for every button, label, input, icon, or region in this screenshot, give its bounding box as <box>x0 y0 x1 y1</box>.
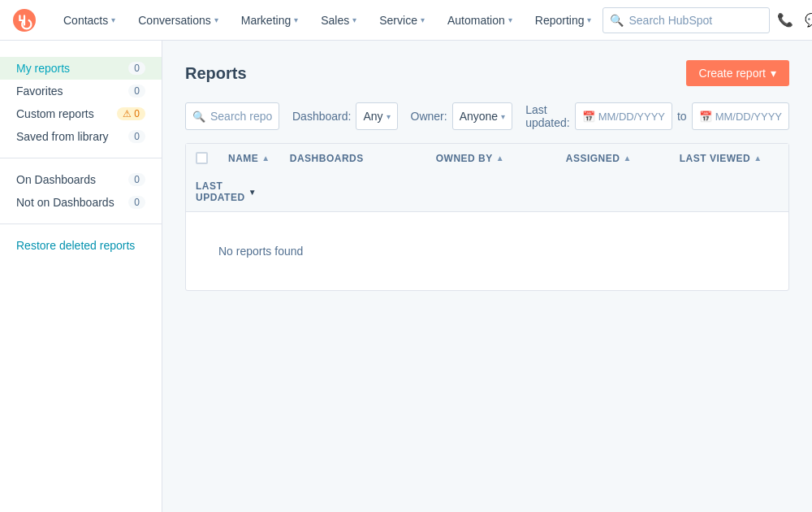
phone-icon[interactable]: 📞 <box>773 7 797 33</box>
reports-table: NAME ▲ DASHBOARDS OWNED BY ▲ ASSIGNED ▲ … <box>185 143 789 291</box>
search-icon: 🔍 <box>610 14 624 27</box>
sidebar-item-custom-reports[interactable]: Custom reports ⚠ 0 <box>0 102 162 125</box>
table-header: NAME ▲ DASHBOARDS OWNED BY ▲ ASSIGNED ▲ … <box>186 144 788 212</box>
not-on-dashboards-count: 0 <box>128 196 145 209</box>
dashboard-filter-label: Dashboard: <box>292 110 351 123</box>
page-container: My reports 0 Favorites 0 Custom reports … <box>0 41 812 512</box>
favorites-count: 0 <box>128 85 145 98</box>
dashboard-filter: Dashboard: Any ▾ <box>292 102 398 130</box>
my-reports-count: 0 <box>128 62 145 75</box>
date-from-input[interactable]: 📅 MM/DD/YYYY <box>575 102 672 130</box>
sort-icon: ▲ <box>496 154 504 163</box>
owner-filter-label: Owner: <box>411 110 447 123</box>
col-last-updated[interactable]: LAST UPDATED ▼ <box>186 172 218 211</box>
nav-reporting[interactable]: Reporting ▾ <box>524 0 603 41</box>
dashboard-dropdown[interactable]: Any ▾ <box>356 102 397 130</box>
chevron-down-icon: ▾ <box>771 67 776 80</box>
col-dashboards: DASHBOARDS <box>280 144 426 172</box>
table-body: No reports found <box>186 212 788 290</box>
global-search-input[interactable] <box>628 14 762 27</box>
date-to-input[interactable]: 📅 MM/DD/YYYY <box>692 102 789 130</box>
main-content: Reports Create report ▾ 🔍 Dashboard: Any… <box>162 41 812 512</box>
last-updated-label: Last updated: <box>525 103 570 129</box>
sidebar-item-my-reports[interactable]: My reports 0 <box>0 57 162 80</box>
nav-automation[interactable]: Automation ▾ <box>436 0 524 41</box>
col-owned-by[interactable]: OWNED BY ▲ <box>426 144 556 172</box>
search-icon: 🔍 <box>192 111 205 123</box>
restore-deleted-link[interactable]: Restore deleted reports <box>0 234 162 257</box>
calendar-icon: 📅 <box>582 111 595 123</box>
sidebar-item-on-dashboards[interactable]: On Dashboards 0 <box>0 168 162 191</box>
nav-conversations[interactable]: Conversations ▾ <box>127 0 230 41</box>
sort-icon: ▲ <box>623 154 631 163</box>
chevron-down-icon: ▾ <box>294 15 298 24</box>
global-search[interactable]: 🔍 <box>603 7 770 33</box>
select-all-checkbox-cell[interactable] <box>186 144 218 172</box>
chevron-down-icon: ▾ <box>111 15 115 24</box>
page-header: Reports Create report ▾ <box>185 60 789 86</box>
chevron-down-icon: ▾ <box>214 15 218 24</box>
sidebar-divider-2 <box>0 223 162 224</box>
nav-right: 🔍 📞 💬 ❓ ⚙️ 🔔 IS Inspired Spac ▾ <box>603 4 812 37</box>
sidebar-item-not-on-dashboards[interactable]: Not on Dashboards 0 <box>0 191 162 214</box>
chevron-down-icon: ▾ <box>421 15 425 24</box>
sort-icon: ▲ <box>261 154 270 163</box>
chat-icon[interactable]: 💬 <box>801 7 812 33</box>
nav-service[interactable]: Service ▾ <box>368 0 436 41</box>
col-name[interactable]: NAME ▲ <box>218 144 280 172</box>
date-separator: to <box>677 110 687 123</box>
chevron-down-icon: ▾ <box>352 15 356 24</box>
sidebar-item-saved-from-library[interactable]: Saved from library 0 <box>0 125 162 148</box>
filters-bar: 🔍 Dashboard: Any ▾ Owner: Anyone ▾ Last … <box>185 102 789 130</box>
nav-sales[interactable]: Sales ▾ <box>309 0 368 41</box>
chevron-down-icon: ▾ <box>387 112 391 121</box>
select-all-checkbox[interactable] <box>196 152 208 164</box>
calendar-icon: 📅 <box>699 111 712 123</box>
search-reports-field[interactable]: 🔍 <box>185 102 279 130</box>
chevron-down-icon: ▾ <box>508 15 512 24</box>
create-report-button[interactable]: Create report ▾ <box>686 60 789 86</box>
sort-icon: ▲ <box>754 154 762 163</box>
chevron-down-icon: ▾ <box>587 15 591 24</box>
sidebar: My reports 0 Favorites 0 Custom reports … <box>0 41 162 512</box>
owner-filter: Owner: Anyone ▾ <box>411 102 513 130</box>
sidebar-divider <box>0 158 162 158</box>
col-last-viewed[interactable]: LAST VIEWED ▲ <box>670 144 812 172</box>
sidebar-item-favorites[interactable]: Favorites 0 <box>0 80 162 102</box>
nav-marketing[interactable]: Marketing ▾ <box>230 0 309 41</box>
owner-dropdown[interactable]: Anyone ▾ <box>452 102 512 130</box>
top-nav: Contacts ▾ Conversations ▾ Marketing ▾ S… <box>0 0 812 41</box>
chevron-down-icon: ▾ <box>501 112 505 121</box>
saved-from-library-count: 0 <box>128 130 145 143</box>
search-reports-input[interactable] <box>210 110 272 123</box>
on-dashboards-count: 0 <box>128 173 145 186</box>
page-title: Reports <box>185 64 247 83</box>
no-results-message: No reports found <box>186 212 788 290</box>
custom-reports-count: ⚠ 0 <box>117 107 145 120</box>
col-assigned[interactable]: ASSIGNED ▲ <box>556 144 670 172</box>
hubspot-logo[interactable] <box>13 9 36 32</box>
sort-icon-active: ▼ <box>248 188 257 197</box>
nav-contacts[interactable]: Contacts ▾ <box>52 0 127 41</box>
nav-links: Contacts ▾ Conversations ▾ Marketing ▾ S… <box>52 0 603 41</box>
last-updated-filter: Last updated: 📅 MM/DD/YYYY to 📅 MM/DD/YY… <box>525 102 789 130</box>
